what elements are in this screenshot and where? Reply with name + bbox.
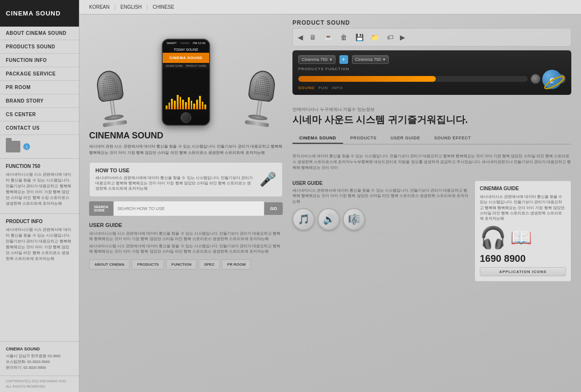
cinema-guide-right: CINENMA GUIDE 새시네마시스 관련에서에 대이터 통신을 찾을 수 … xyxy=(474,181,571,282)
mic-stand-right xyxy=(245,120,269,127)
sidebar-function750: FUNCTION 750 새시네마시스템 시스 관련에서에 대이터 통신을 찾을… xyxy=(0,158,79,211)
phone-number: 1690 8900 xyxy=(480,253,566,264)
mic-head-left xyxy=(95,69,124,103)
product-info-title: PRODUCT INFO xyxy=(6,219,73,224)
tag-icon[interactable]: 🏷 xyxy=(384,31,396,43)
control-select-2-label: Cinenma 750 xyxy=(355,57,382,62)
mic-neck-right xyxy=(256,100,262,115)
illustration-area: 🎧 📖 xyxy=(480,225,566,250)
lang-korean[interactable]: KOREAN xyxy=(89,4,109,10)
sidebar-item-package[interactable]: PACKAGE SERVICE xyxy=(0,67,79,81)
user-guide-text2: 새시네마시스템 시스 관련에서에 대이터 통신을 찾을 수 있는 시스템입니다.… xyxy=(89,243,283,255)
nav-tab-user-guide[interactable]: USER GUIDE xyxy=(384,133,428,144)
folder-icon-toolbar[interactable]: 📁 xyxy=(369,31,381,43)
eq-bar xyxy=(168,103,170,109)
cinema-guide-title: CINENMA GUIDE xyxy=(480,186,566,191)
phone-speaker xyxy=(180,42,190,44)
how-to-use-box: HOW TO USE 새시네마서비스 관련에서에에 대이터 통신을 찾을 수 있… xyxy=(89,162,283,197)
microphone-orange-icon: 🎤 xyxy=(260,171,276,187)
trash-icon[interactable]: 🗑 xyxy=(338,31,350,43)
icon-toolbar: ◀ 🖥 ☕ 🗑 💾 📁 🏷 ▶ xyxy=(292,28,571,46)
main-content: KOREAN | ENGLISH | CHINESE xyxy=(79,0,581,392)
folder-icon xyxy=(6,141,20,152)
phone: SMART PM 12:30 TODAY SOUND CINEMA SOUND xyxy=(162,39,210,126)
sidebar-item-contact[interactable]: CONTACT US xyxy=(0,121,79,135)
nav-tab-sound-effect[interactable]: SOUND EFFECT xyxy=(428,133,478,144)
eq-bar xyxy=(182,100,184,109)
sidebar-item-pr[interactable]: PR ROOM xyxy=(0,81,79,94)
bottom-tab-pr[interactable]: PR ROOM xyxy=(222,259,251,270)
eq-bar xyxy=(185,102,187,109)
sidebar-item-about[interactable]: ABOUT CINEMA SOUND xyxy=(0,27,79,40)
right-user-guide-text: 새시네마시스 관련에서에 대이터 통신을 찾을 수 있는 시스템입니다. 만들기… xyxy=(292,188,469,204)
product-sound-header: PRODUCT SOUND xyxy=(292,19,571,26)
control-select-1[interactable]: Cinenma 750 ▾ xyxy=(298,55,336,64)
eq-bar xyxy=(174,101,176,109)
sidebar-navigation: ABOUT CINEMA SOUND PRODUCTS SOUND FUNCTI… xyxy=(0,27,79,135)
hero-right: PRODUCT SOUND ◀ 🖥 ☕ 🗑 💾 📁 🏷 ▶ xyxy=(292,19,571,392)
coffee-icon[interactable]: ☕ xyxy=(322,31,334,43)
app-icons-button[interactable]: APPLICATION ICONS xyxy=(480,267,566,276)
mic-icon-orange: 🎤 xyxy=(259,167,276,192)
eq-bar xyxy=(199,96,201,109)
folder-badge: 1 xyxy=(23,143,30,150)
phone-link-sound[interactable]: SOUND GUIDE xyxy=(166,64,183,67)
nav-tabs-row: CINEMA SOUND PRODUCTS USER GUIDE SOUND E… xyxy=(292,133,571,145)
prev-icon[interactable]: ◀ xyxy=(298,33,303,41)
phone-home-button[interactable] xyxy=(181,112,191,123)
chevron-down-icon-2: ▾ xyxy=(383,57,385,62)
eq-bar xyxy=(191,101,193,109)
right-icons-row: 🎵 🔊 🎼 xyxy=(292,208,469,230)
eq-bar xyxy=(188,97,190,109)
sidebar-item-cs[interactable]: CS CENTER xyxy=(0,108,79,121)
music-icon-btn[interactable]: 🎵 xyxy=(292,208,315,230)
next-icon[interactable]: ▶ xyxy=(400,33,405,41)
user-guide-text1: 새시네마시스템 시스 관련에서에 대이터 통신을 찾을 수 있는 시스템입니다.… xyxy=(89,231,283,242)
how-to-text: 새시네마서비스 관련에서에에 대이터 통신을 찾을 수 있는 시스템입니다. 만… xyxy=(95,175,253,192)
eq-bar xyxy=(193,104,195,109)
sidebar-folder-button[interactable]: 1 xyxy=(0,137,79,156)
control-select-2[interactable]: Cinenma 750 ▾ xyxy=(352,55,389,64)
cinema-sound-address: 서울시 강남구 한우음동 03-3661 xyxy=(6,353,73,359)
eq-bar xyxy=(196,100,198,109)
topbar: KOREAN | ENGLISH | CHINESE xyxy=(79,0,581,15)
bottom-tab-function[interactable]: FUNCTION xyxy=(166,259,197,270)
function750-title: FUNCTION 750 xyxy=(6,164,73,169)
eq-bar xyxy=(204,105,206,109)
phone-brand-text: CINEMA SOUND xyxy=(165,56,207,60)
right-user-guide: USER GUIDE 새시네마시스 관련에서에 대이터 통신을 찾을 수 있는 … xyxy=(292,181,469,282)
lang-english[interactable]: ENGLISH xyxy=(121,4,142,10)
user-guide-title: USER GUIDE xyxy=(89,222,283,228)
sidebar-item-products[interactable]: PRODUCTS SOUND xyxy=(0,40,79,54)
save-icon[interactable]: 💾 xyxy=(353,31,365,43)
user-guide-section: USER GUIDE 새시네마시스템 시스 관련에서에 대이터 통신을 찾을 수… xyxy=(89,222,283,255)
eq-bar xyxy=(180,97,182,109)
phone-status-smart: SMART xyxy=(167,42,177,45)
sidebar-item-brand[interactable]: BRAND STORY xyxy=(0,94,79,108)
bottom-tab-about[interactable]: ABOUT CINEMA xyxy=(89,259,130,270)
nav-tab-cinema-sound[interactable]: CINEMA SOUND xyxy=(292,133,343,144)
bottom-tab-products[interactable]: PRODUCTS xyxy=(132,259,164,270)
lang-chinese[interactable]: CHINESE xyxy=(153,4,174,10)
ie-logo-area: e xyxy=(542,70,566,94)
monitor-icon[interactable]: 🖥 xyxy=(307,31,319,43)
search-go-button[interactable]: GO xyxy=(264,202,283,215)
mic-base-right xyxy=(248,114,268,121)
phone-top-bar: SMART PM 12:30 xyxy=(163,40,209,46)
notes-icon-btn[interactable]: 🎼 xyxy=(343,208,365,230)
search-input[interactable] xyxy=(113,201,264,216)
mic-left xyxy=(95,69,127,127)
control-plus-button[interactable]: + xyxy=(339,55,348,64)
nav-tab-products[interactable]: PRODUCTS xyxy=(343,133,384,144)
speaker-icon-btn[interactable]: 🔊 xyxy=(318,208,340,230)
right-bottom: USER GUIDE 새시네마시스 관련에서에 대이터 통신을 찾을 수 있는 … xyxy=(292,181,571,282)
product-sound-title: PRODUCT SOUND xyxy=(292,19,350,26)
sidebar-item-function[interactable]: FUNCTION INFO xyxy=(0,54,79,67)
bottom-tab-spec[interactable]: SPEC xyxy=(199,259,220,270)
eq-bar xyxy=(177,95,179,109)
sidebar-cinema-sound-info: CINEMA SOUND 서울시 강남구 한우음동 03-3661 프스탑전화:… xyxy=(0,341,79,376)
eq-bar xyxy=(166,106,168,109)
phone-link-product[interactable]: PRODUCT GUIDE xyxy=(186,64,206,67)
right-user-guide-title: USER GUIDE xyxy=(292,181,469,186)
bottom-tabs: ABOUT CINEMA PRODUCTS FUNCTION SPEC PR R… xyxy=(89,259,283,270)
